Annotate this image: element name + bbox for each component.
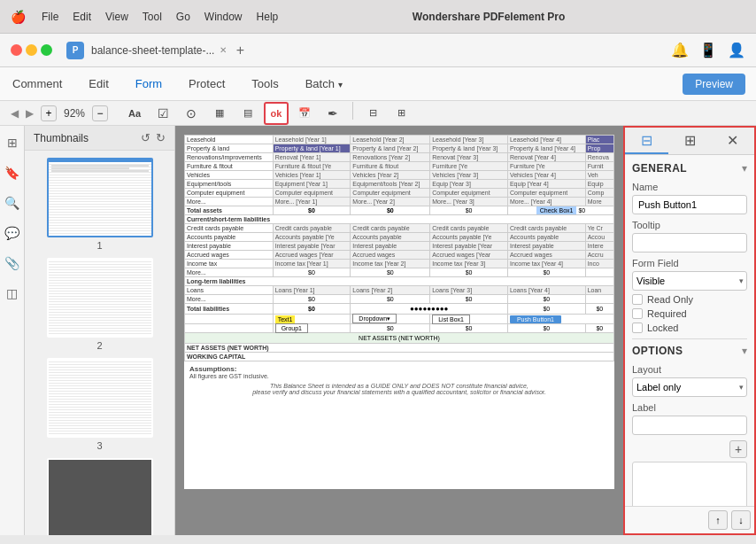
menu-window[interactable]: Window (197, 7, 250, 27)
sidebar-icon-attach[interactable]: 📎 (3, 253, 22, 273)
sidebar-icon-pages[interactable]: ⊞ (3, 133, 22, 152)
tab-bar: P balance-sheet-template-... ✕ + 🔔 📱 👤 (0, 34, 756, 67)
menu-bar: File Edit View Tool Go Window Help (35, 7, 285, 27)
rp-bottom-btn-2[interactable]: ↓ (731, 510, 751, 530)
signature-tool[interactable]: ✒ (320, 102, 345, 125)
notification-icon[interactable]: 🔔 (671, 42, 689, 58)
thumbnail-page-4[interactable]: 4 (32, 458, 167, 535)
section-divider (632, 338, 747, 339)
right-panel-tabs: ⊟ ⊞ ✕ (625, 128, 754, 155)
nav-form[interactable]: Form (123, 73, 174, 95)
name-field-input[interactable] (632, 195, 747, 214)
user-icon[interactable]: 👤 (728, 42, 745, 58)
locked-checkbox[interactable] (632, 323, 643, 333)
assumptions-section: Assumptions: All figures are GST inclusi… (184, 361, 614, 399)
tooltip-field-input[interactable] (632, 233, 747, 253)
right-panel: ⊟ ⊞ ✕ GENERAL ▾ Name Tooltip Form Field … (623, 126, 756, 535)
page-next-icon[interactable]: ▶ (26, 107, 34, 120)
thumb-num-3: 3 (96, 440, 102, 451)
zoom-in-button[interactable]: + (41, 105, 57, 121)
zoom-out-button[interactable]: − (92, 105, 108, 121)
thumb-image-1 (47, 158, 153, 237)
sidebar-icon-bookmark[interactable]: 🔖 (3, 163, 22, 183)
window-controls (11, 44, 52, 56)
form-field-select-wrap: Visible Hidden NoView NoExport (632, 271, 747, 291)
minimize-button[interactable] (26, 44, 37, 56)
required-checkbox[interactable] (632, 308, 643, 319)
text-field-tool[interactable]: Aa (122, 102, 147, 125)
nav-batch[interactable]: Batch ▾ (293, 73, 355, 95)
zoom-level: 92% (64, 107, 85, 120)
radio-tool[interactable]: ⊙ (179, 102, 204, 125)
toolbar-nav: Comment Edit Form Protect Tools Batch ▾ … (0, 67, 756, 101)
align-tool[interactable]: ⊟ (360, 102, 385, 125)
mobile-icon[interactable]: 📱 (699, 42, 717, 58)
required-label: Required (647, 308, 687, 319)
zoom-bar: ◀ ▶ + 92% − Aa ☑ ⊙ ▦ ▤ ok 📅 ✒ ⊟ ⊞ (0, 101, 756, 126)
options-collapse-icon[interactable]: ▾ (742, 345, 747, 357)
form-field-select[interactable]: Visible Hidden NoView NoExport (632, 271, 747, 291)
left-sidebar: ⊞ 🔖 🔍 💬 📎 ◫ (0, 126, 25, 535)
nav-right: Preview (683, 74, 756, 95)
page-prev-icon[interactable]: ◀ (11, 107, 19, 120)
tab-right-icons: 🔔 📱 👤 (671, 42, 745, 58)
rp-bottom-btn-1[interactable]: ↑ (708, 510, 728, 530)
distribute-tool[interactable]: ⊞ (389, 102, 413, 125)
menu-edit[interactable]: Edit (66, 7, 98, 27)
menu-tool[interactable]: Tool (135, 7, 169, 27)
nav-tools[interactable]: Tools (239, 73, 290, 95)
label-field-label: Label (632, 402, 747, 413)
nav-edit[interactable]: Edit (76, 73, 120, 95)
checkbox-tool[interactable]: ☑ (150, 102, 175, 125)
sidebar-icon-comment[interactable]: 💬 (3, 223, 22, 243)
sidebar-icon-layer[interactable]: ◫ (3, 284, 22, 303)
thumbnails-header: Thumbnails ↺ ↻ (25, 126, 174, 151)
menu-file[interactable]: File (35, 7, 66, 27)
menu-go[interactable]: Go (169, 7, 197, 27)
options-section-header: OPTIONS ▾ (632, 345, 747, 357)
options-add-area: + (632, 440, 747, 506)
maximize-button[interactable] (41, 44, 52, 56)
general-collapse-icon[interactable]: ▾ (742, 162, 747, 175)
general-section-title: GENERAL (632, 162, 687, 175)
rp-tab-close[interactable]: ✕ (711, 128, 754, 154)
combo-tool[interactable]: ▦ (207, 102, 232, 125)
thumb-image-4 (47, 458, 153, 535)
tooltip-field-label: Tooltip (632, 220, 747, 230)
name-field-label: Name (632, 182, 747, 192)
thumbnail-page-3[interactable]: 3 (32, 358, 167, 451)
app-title: Wondershare PDFelement Pro (285, 11, 692, 23)
thumbnail-page-1[interactable]: 1 (32, 158, 167, 251)
thumb-ctrl-1[interactable]: ↺ (141, 131, 150, 144)
balance-sheet-table: LeaseholdLeasehold [Year 1]Leasehold [Ye… (184, 135, 614, 361)
tab-label[interactable]: balance-sheet-template-... (91, 44, 214, 57)
thumb-image-3 (47, 358, 153, 438)
document-area[interactable]: LeaseholdLeasehold [Year 1]Leasehold [Ye… (175, 126, 623, 535)
layout-select[interactable]: Label only Icon only Icon top, label bot… (632, 377, 747, 397)
date-tool[interactable]: 📅 (292, 102, 317, 125)
close-button[interactable] (11, 44, 22, 56)
readonly-checkbox[interactable] (632, 294, 643, 305)
thumb-num-2: 2 (96, 340, 102, 351)
thumbnail-page-2[interactable]: 2 (32, 258, 167, 351)
menu-view[interactable]: View (98, 7, 135, 27)
tab-close-icon[interactable]: ✕ (220, 45, 227, 55)
nav-comment[interactable]: Comment (0, 73, 74, 95)
thumb-ctrl-2[interactable]: ↻ (156, 131, 166, 144)
options-add-button[interactable]: + (729, 440, 747, 458)
label-field-input[interactable] (632, 416, 747, 435)
apple-icon: 🍎 (11, 10, 26, 24)
form-field-label: Form Field (632, 258, 747, 268)
list-tool[interactable]: ▤ (235, 102, 260, 125)
new-tab-button[interactable]: + (230, 41, 250, 60)
layout-field-label: Layout (632, 364, 747, 375)
ok-button-tool[interactable]: ok (264, 102, 289, 125)
rp-tab-properties[interactable]: ⊟ (625, 128, 668, 154)
rp-tab-layout[interactable]: ⊞ (668, 128, 712, 154)
menu-help[interactable]: Help (250, 7, 286, 27)
sidebar-icon-search[interactable]: 🔍 (3, 193, 22, 213)
main-layout: ⊞ 🔖 🔍 💬 📎 ◫ Thumbnails ↺ ↻ (0, 126, 756, 535)
nav-protect[interactable]: Protect (176, 73, 237, 95)
preview-button[interactable]: Preview (683, 74, 745, 95)
options-list-area (632, 462, 747, 506)
